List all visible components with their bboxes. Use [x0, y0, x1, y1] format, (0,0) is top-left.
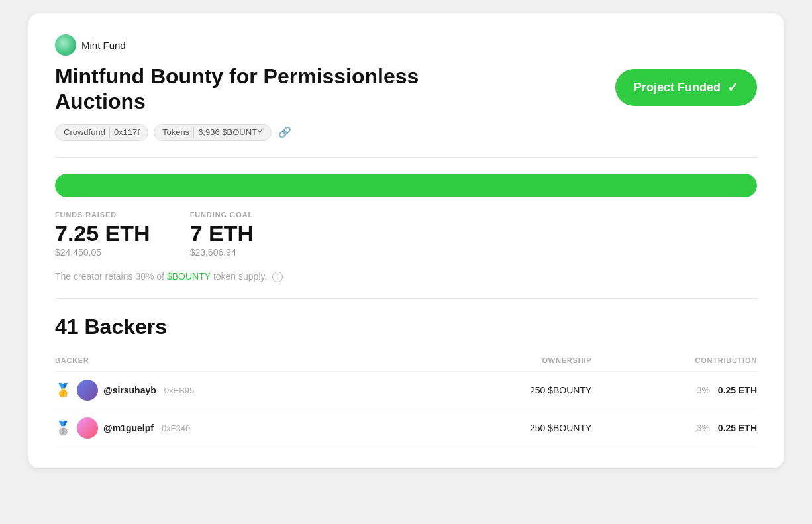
- stats-row: FUNDS RAISED 7.25 ETH $24,450.05 FUNDING…: [55, 211, 757, 258]
- col-ownership: OWNERSHIP: [427, 352, 591, 372]
- raised-value: 7.25 ETH: [55, 221, 150, 246]
- project-title: Mintfund Bounty for Permissionless Aucti…: [55, 64, 466, 115]
- project-card: Mint Fund Mintfund Bounty for Permission…: [28, 13, 784, 468]
- brand-name: Mint Fund: [81, 40, 126, 51]
- table-row: 🥇 @sirsuhayb 0xEB95 250 $BOUNTY 3% 0.25 …: [55, 372, 757, 409]
- goal-value: 7 ETH: [190, 221, 254, 246]
- tag-tokens-label: Tokens: [162, 127, 189, 137]
- backer-address: 0xEB95: [164, 386, 195, 395]
- contribution-cell: 3% 0.25 ETH: [591, 372, 757, 409]
- tag-sep: [109, 127, 110, 138]
- col-contribution: CONTRIBUTION: [591, 352, 757, 372]
- tag-tokens: Tokens 6,936 $BOUNTY: [154, 124, 272, 141]
- tag-tokens-value: 6,936 $BOUNTY: [198, 127, 263, 137]
- info-icon[interactable]: i: [272, 272, 283, 282]
- creator-note: The creator retains 30% of $BOUNTY token…: [55, 271, 757, 282]
- progress-bar-background: [55, 174, 757, 197]
- tag-type-label: Crowdfund: [64, 127, 105, 137]
- backer-name: @m1guelpf: [103, 423, 154, 433]
- funded-badge-label: Project Funded: [634, 81, 721, 95]
- backer-cell: 🥈 @m1guelpf 0xF340: [55, 417, 427, 439]
- divider-1: [55, 157, 757, 158]
- creator-note-pct: 30%: [135, 271, 154, 282]
- backers-section: 41 Backers BACKER OWNERSHIP CONTRIBUTION…: [55, 315, 757, 447]
- contribution-cell: 3% 0.25 ETH: [591, 409, 757, 447]
- creator-note-mid: of: [156, 271, 164, 282]
- medal-icon: 🥇: [55, 382, 72, 398]
- tag-crowdfund: Crowdfund 0x117f: [55, 124, 148, 141]
- pct-value: 3%: [697, 385, 710, 395]
- goal-label: FUNDING GOAL: [190, 211, 254, 219]
- col-backer: BACKER: [55, 352, 427, 372]
- backer-cell: 🥇 @sirsuhayb 0xEB95: [55, 380, 427, 401]
- ownership-value: 250 $BOUNTY: [530, 385, 591, 395]
- backer-name: @sirsuhayb: [103, 385, 156, 395]
- divider-2: [55, 298, 757, 299]
- funded-badge: Project Funded ✓: [615, 69, 757, 106]
- goal-usd: $23,606.94: [190, 247, 254, 258]
- stat-goal: FUNDING GOAL 7 ETH $23,606.94: [190, 211, 254, 258]
- table-row: 🥈 @m1guelpf 0xF340 250 $BOUNTY 3% 0.25 E…: [55, 409, 757, 447]
- ownership-cell: 250 $BOUNTY: [427, 409, 591, 447]
- brand-row: Mint Fund: [55, 34, 757, 56]
- creator-note-after: token supply.: [213, 271, 267, 282]
- avatar: [77, 417, 98, 439]
- raised-label: FUNDS RAISED: [55, 211, 150, 219]
- progress-bar-fill: [55, 174, 757, 197]
- stat-raised: FUNDS RAISED 7.25 ETH $24,450.05: [55, 211, 150, 258]
- raised-usd: $24,450.05: [55, 247, 150, 258]
- funded-check-icon: ✓: [727, 79, 738, 95]
- backers-title: 41 Backers: [55, 315, 757, 339]
- ownership-value: 250 $BOUNTY: [530, 423, 591, 433]
- creator-note-token: $BOUNTY: [167, 271, 211, 282]
- brand-logo: [55, 34, 76, 56]
- backers-count: 41: [55, 315, 79, 339]
- tags-row: Crowdfund 0x117f Tokens 6,936 $BOUNTY 🔗: [55, 124, 757, 141]
- ownership-cell: 250 $BOUNTY: [427, 372, 591, 409]
- link-icon[interactable]: 🔗: [278, 126, 291, 138]
- tag-tokens-sep: [193, 127, 194, 138]
- avatar: [77, 380, 98, 401]
- backers-table: BACKER OWNERSHIP CONTRIBUTION 🥇 @sirsuha…: [55, 352, 757, 447]
- tag-address: 0x117f: [114, 127, 140, 137]
- medal-icon: 🥈: [55, 420, 72, 436]
- contribution-value: 0.25 ETH: [718, 385, 757, 395]
- creator-note-before: The creator retains: [55, 271, 133, 282]
- header-row: Mintfund Bounty for Permissionless Aucti…: [55, 64, 757, 115]
- contribution-value: 0.25 ETH: [718, 423, 757, 433]
- backer-address: 0xF340: [162, 423, 190, 433]
- pct-value: 3%: [697, 423, 710, 433]
